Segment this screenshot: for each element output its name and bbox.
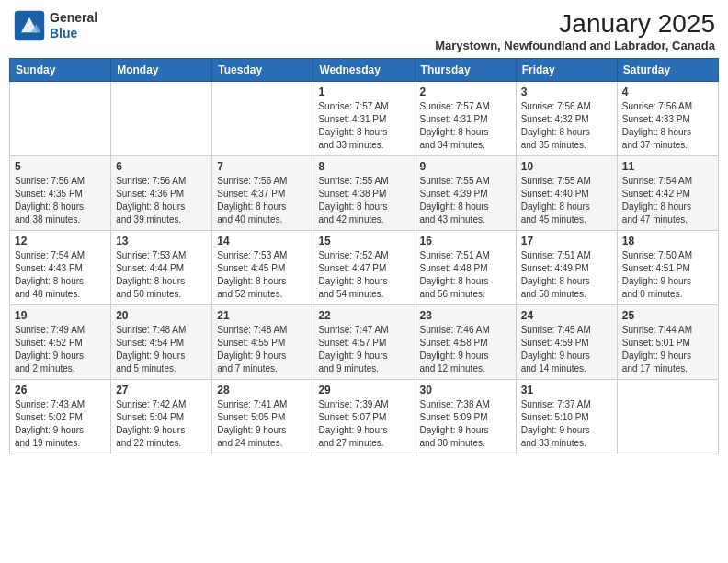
day-info: Sunrise: 7:48 AM Sunset: 4:54 PM Dayligh…: [116, 324, 207, 375]
day-cell: 27Sunrise: 7:42 AM Sunset: 5:04 PM Dayli…: [111, 380, 212, 454]
day-info: Sunrise: 7:37 AM Sunset: 5:10 PM Dayligh…: [521, 398, 612, 450]
day-number: 27: [116, 384, 207, 396]
day-cell: 8Sunrise: 7:55 AM Sunset: 4:38 PM Daylig…: [313, 156, 415, 231]
week-row-5: 26Sunrise: 7:43 AM Sunset: 5:02 PM Dayli…: [10, 380, 719, 454]
day-info: Sunrise: 7:48 AM Sunset: 4:55 PM Dayligh…: [217, 324, 308, 375]
day-cell: 21Sunrise: 7:48 AM Sunset: 4:55 PM Dayli…: [212, 305, 313, 380]
month-title: January 2025: [435, 9, 715, 39]
calendar-table: SundayMondayTuesdayWednesdayThursdayFrid…: [9, 58, 719, 454]
day-cell: 31Sunrise: 7:37 AM Sunset: 5:10 PM Dayli…: [516, 380, 617, 454]
day-info: Sunrise: 7:44 AM Sunset: 5:01 PM Dayligh…: [622, 324, 713, 375]
weekday-header-row: SundayMondayTuesdayWednesdayThursdayFrid…: [10, 59, 719, 82]
day-number: 2: [420, 86, 511, 98]
day-info: Sunrise: 7:45 AM Sunset: 4:59 PM Dayligh…: [521, 324, 612, 375]
day-info: Sunrise: 7:57 AM Sunset: 4:31 PM Dayligh…: [318, 100, 409, 152]
day-info: Sunrise: 7:46 AM Sunset: 4:58 PM Dayligh…: [420, 324, 511, 375]
day-info: Sunrise: 7:49 AM Sunset: 4:52 PM Dayligh…: [15, 324, 106, 375]
day-info: Sunrise: 7:56 AM Sunset: 4:32 PM Dayligh…: [521, 100, 612, 152]
day-info: Sunrise: 7:47 AM Sunset: 4:57 PM Dayligh…: [318, 324, 409, 375]
week-row-3: 12Sunrise: 7:54 AM Sunset: 4:43 PM Dayli…: [10, 231, 719, 305]
day-number: 15: [318, 235, 409, 247]
day-cell: 19Sunrise: 7:49 AM Sunset: 4:52 PM Dayli…: [10, 305, 111, 380]
location-title: Marystown, Newfoundland and Labrador, Ca…: [435, 39, 715, 52]
day-number: 3: [521, 86, 612, 98]
day-cell: 13Sunrise: 7:53 AM Sunset: 4:44 PM Dayli…: [111, 231, 212, 305]
day-cell: 11Sunrise: 7:54 AM Sunset: 4:42 PM Dayli…: [617, 156, 718, 231]
logo-icon: [13, 9, 46, 42]
day-number: 25: [622, 309, 713, 322]
day-cell: [212, 82, 313, 156]
day-cell: [10, 82, 111, 156]
day-cell: 20Sunrise: 7:48 AM Sunset: 4:54 PM Dayli…: [111, 305, 212, 380]
day-cell: 14Sunrise: 7:53 AM Sunset: 4:45 PM Dayli…: [212, 231, 313, 305]
day-info: Sunrise: 7:56 AM Sunset: 4:35 PM Dayligh…: [15, 175, 106, 226]
logo: General Blue: [13, 9, 97, 42]
day-number: 6: [116, 160, 207, 173]
day-number: 12: [15, 235, 106, 247]
weekday-header-friday: Friday: [516, 59, 617, 82]
day-cell: 24Sunrise: 7:45 AM Sunset: 4:59 PM Dayli…: [516, 305, 617, 380]
day-cell: 29Sunrise: 7:39 AM Sunset: 5:07 PM Dayli…: [313, 380, 415, 454]
day-cell: 1Sunrise: 7:57 AM Sunset: 4:31 PM Daylig…: [313, 82, 415, 156]
day-number: 17: [521, 235, 612, 247]
title-block: January 2025 Marystown, Newfoundland and…: [435, 9, 715, 52]
day-cell: 17Sunrise: 7:51 AM Sunset: 4:49 PM Dayli…: [516, 231, 617, 305]
page-header: General Blue January 2025 Marystown, New…: [9, 9, 719, 52]
day-info: Sunrise: 7:38 AM Sunset: 5:09 PM Dayligh…: [420, 398, 511, 450]
day-cell: 26Sunrise: 7:43 AM Sunset: 5:02 PM Dayli…: [10, 380, 111, 454]
day-cell: [617, 380, 718, 454]
day-info: Sunrise: 7:43 AM Sunset: 5:02 PM Dayligh…: [15, 398, 106, 450]
day-info: Sunrise: 7:53 AM Sunset: 4:44 PM Dayligh…: [116, 249, 207, 301]
logo-text: General Blue: [50, 10, 97, 41]
day-number: 1: [318, 86, 409, 98]
day-cell: 23Sunrise: 7:46 AM Sunset: 4:58 PM Dayli…: [415, 305, 516, 380]
day-cell: 15Sunrise: 7:52 AM Sunset: 4:47 PM Dayli…: [313, 231, 415, 305]
day-number: 4: [622, 86, 713, 98]
week-row-1: 1Sunrise: 7:57 AM Sunset: 4:31 PM Daylig…: [10, 82, 719, 156]
day-info: Sunrise: 7:53 AM Sunset: 4:45 PM Dayligh…: [217, 249, 308, 301]
day-info: Sunrise: 7:56 AM Sunset: 4:33 PM Dayligh…: [622, 100, 713, 152]
day-cell: 7Sunrise: 7:56 AM Sunset: 4:37 PM Daylig…: [212, 156, 313, 231]
day-cell: 18Sunrise: 7:50 AM Sunset: 4:51 PM Dayli…: [617, 231, 718, 305]
day-cell: 22Sunrise: 7:47 AM Sunset: 4:57 PM Dayli…: [313, 305, 415, 380]
weekday-header-sunday: Sunday: [10, 59, 111, 82]
day-info: Sunrise: 7:56 AM Sunset: 4:37 PM Dayligh…: [217, 175, 308, 226]
day-number: 18: [622, 235, 713, 247]
day-info: Sunrise: 7:42 AM Sunset: 5:04 PM Dayligh…: [116, 398, 207, 450]
day-number: 24: [521, 309, 612, 322]
day-info: Sunrise: 7:51 AM Sunset: 4:49 PM Dayligh…: [521, 249, 612, 301]
day-cell: [111, 82, 212, 156]
day-cell: 5Sunrise: 7:56 AM Sunset: 4:35 PM Daylig…: [10, 156, 111, 231]
day-info: Sunrise: 7:50 AM Sunset: 4:51 PM Dayligh…: [622, 249, 713, 301]
day-number: 10: [521, 160, 612, 173]
week-row-2: 5Sunrise: 7:56 AM Sunset: 4:35 PM Daylig…: [10, 156, 719, 231]
day-info: Sunrise: 7:41 AM Sunset: 5:05 PM Dayligh…: [217, 398, 308, 450]
day-info: Sunrise: 7:52 AM Sunset: 4:47 PM Dayligh…: [318, 249, 409, 301]
day-info: Sunrise: 7:55 AM Sunset: 4:39 PM Dayligh…: [420, 175, 511, 226]
day-cell: 6Sunrise: 7:56 AM Sunset: 4:36 PM Daylig…: [111, 156, 212, 231]
week-row-4: 19Sunrise: 7:49 AM Sunset: 4:52 PM Dayli…: [10, 305, 719, 380]
day-number: 28: [217, 384, 308, 396]
weekday-header-wednesday: Wednesday: [313, 59, 415, 82]
day-cell: 28Sunrise: 7:41 AM Sunset: 5:05 PM Dayli…: [212, 380, 313, 454]
day-number: 30: [420, 384, 511, 396]
day-number: 19: [15, 309, 106, 322]
day-number: 21: [217, 309, 308, 322]
day-number: 16: [420, 235, 511, 247]
day-info: Sunrise: 7:55 AM Sunset: 4:40 PM Dayligh…: [521, 175, 612, 226]
weekday-header-thursday: Thursday: [415, 59, 516, 82]
day-cell: 16Sunrise: 7:51 AM Sunset: 4:48 PM Dayli…: [415, 231, 516, 305]
day-number: 9: [420, 160, 511, 173]
day-cell: 25Sunrise: 7:44 AM Sunset: 5:01 PM Dayli…: [617, 305, 718, 380]
day-info: Sunrise: 7:55 AM Sunset: 4:38 PM Dayligh…: [318, 175, 409, 226]
day-number: 11: [622, 160, 713, 173]
day-info: Sunrise: 7:39 AM Sunset: 5:07 PM Dayligh…: [318, 398, 409, 450]
day-cell: 2Sunrise: 7:57 AM Sunset: 4:31 PM Daylig…: [415, 82, 516, 156]
weekday-header-tuesday: Tuesday: [212, 59, 313, 82]
day-info: Sunrise: 7:56 AM Sunset: 4:36 PM Dayligh…: [116, 175, 207, 226]
day-number: 8: [318, 160, 409, 173]
day-number: 14: [217, 235, 308, 247]
day-cell: 4Sunrise: 7:56 AM Sunset: 4:33 PM Daylig…: [617, 82, 718, 156]
day-cell: 3Sunrise: 7:56 AM Sunset: 4:32 PM Daylig…: [516, 82, 617, 156]
day-number: 5: [15, 160, 106, 173]
